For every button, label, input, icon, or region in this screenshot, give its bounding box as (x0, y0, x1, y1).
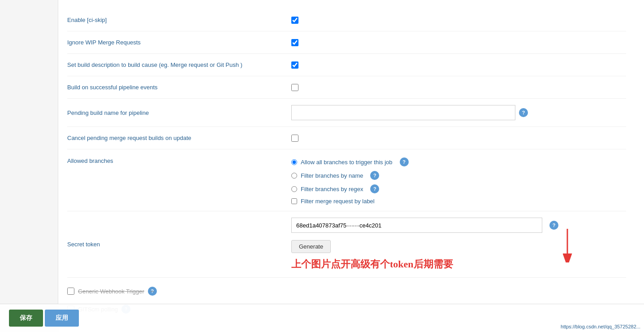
pending-build-help-icon[interactable]: ? (519, 108, 528, 117)
generic-webhook-label: Generic Webhook Trigger (78, 288, 144, 295)
ignore-wip-label: Ignore WIP Merge Requests (67, 39, 291, 46)
ignore-wip-control (291, 39, 626, 46)
pending-build-name-row: Pending build name for pipeline ? (67, 99, 626, 127)
url-bar: https://blog.csdn.net/qq_35725282... (557, 323, 644, 330)
allowed-branches-options: Allow all branches to trigger this job ?… (291, 157, 409, 205)
enable-ci-skip-control (291, 17, 626, 24)
generic-webhook-checkbox[interactable] (67, 288, 74, 295)
enable-ci-skip-row: Enable [ci-skip] (67, 9, 626, 31)
filter-by-regex-label: Filter branches by regex (301, 186, 363, 192)
filter-by-regex-help-icon[interactable]: ? (370, 184, 379, 193)
token-section: ? Generate (291, 218, 558, 271)
filter-merge-label-label: Filter merge request by label (301, 198, 375, 205)
filter-by-name-row: Filter branches by name ? (291, 171, 409, 180)
apply-button[interactable]: 应用 (45, 310, 79, 327)
bottom-bar: 保存 应用 https://blog.csdn.net/qq_35725282.… (0, 304, 644, 332)
pending-build-name-label: Pending build name for pipeline (67, 109, 291, 116)
cancel-pending-control (291, 135, 626, 142)
allowed-branches-row: Allowed branches Allow all branches to t… (67, 149, 626, 211)
filter-by-name-label: Filter branches by name (301, 172, 363, 179)
filter-by-name-radio[interactable] (291, 173, 297, 179)
allow-all-radio[interactable] (291, 159, 297, 165)
set-build-desc-row: Set build description to build cause (eg… (67, 54, 626, 76)
build-on-success-label: Build on successful pipeline events (67, 84, 291, 91)
ignore-wip-row: Ignore WIP Merge Requests (67, 31, 626, 54)
filter-merge-label-checkbox[interactable] (291, 198, 297, 204)
set-build-desc-label: Set build description to build cause (eg… (67, 61, 291, 68)
build-on-success-control (291, 84, 626, 91)
left-sidebar (0, 0, 58, 332)
allow-all-row: Allow all branches to trigger this job ? (291, 157, 409, 166)
secret-token-control: ? Generate (291, 218, 626, 271)
pending-build-name-input[interactable] (291, 105, 515, 120)
cancel-pending-label: Cancel pending merge request builds on u… (67, 135, 291, 141)
allow-all-label: Allow all branches to trigger this job (301, 159, 393, 166)
enable-ci-skip-label: Enable [ci-skip] (67, 17, 291, 23)
allowed-branches-control: Allow all branches to trigger this job ?… (291, 157, 626, 205)
set-build-desc-checkbox[interactable] (291, 61, 298, 69)
secret-token-input[interactable] (291, 218, 542, 233)
generic-webhook-row: Generic Webhook Trigger ? (67, 282, 626, 300)
cancel-pending-checkbox[interactable] (291, 135, 298, 142)
cancel-pending-row: Cancel pending merge request builds on u… (67, 127, 626, 149)
secret-token-row: Secret token ? (67, 211, 626, 278)
filter-by-name-help-icon[interactable]: ? (370, 171, 379, 180)
allowed-branches-label: Allowed branches (67, 157, 291, 164)
pending-build-name-control: ? (291, 105, 626, 120)
secret-token-label: Secret token (67, 241, 291, 248)
content-area: Enable [ci-skip] Ignore WIP Merge Reques… (58, 0, 644, 332)
filter-by-regex-row: Filter branches by regex ? (291, 184, 409, 193)
build-on-success-checkbox[interactable] (291, 84, 298, 91)
filter-merge-label-row: Filter merge request by label (291, 198, 409, 205)
red-arrow-icon (554, 227, 581, 262)
enable-ci-skip-checkbox[interactable] (291, 17, 298, 24)
annotation-text: 上个图片点开高级有个token后期需要 (291, 258, 558, 271)
generic-webhook-help-icon[interactable]: ? (148, 287, 157, 296)
allow-all-help-icon[interactable]: ? (400, 157, 409, 166)
ignore-wip-checkbox[interactable] (291, 39, 298, 46)
generate-button[interactable]: Generate (291, 240, 331, 253)
set-build-desc-control (291, 61, 626, 69)
save-button[interactable]: 保存 (9, 310, 43, 327)
filter-by-regex-radio[interactable] (291, 186, 297, 192)
build-on-success-row: Build on successful pipeline events (67, 76, 626, 99)
page-wrapper: Enable [ci-skip] Ignore WIP Merge Reques… (0, 0, 644, 332)
